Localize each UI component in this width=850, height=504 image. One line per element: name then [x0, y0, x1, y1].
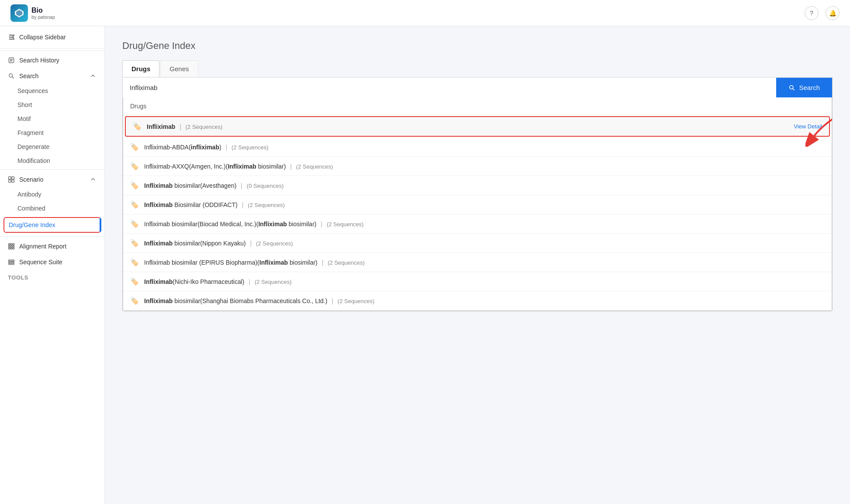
sidebar-item-antibody[interactable]: Antibody: [0, 187, 104, 201]
result-item-1[interactable]: 🏷️ Infliximab-ABDA(infliximab) | (2 Sequ…: [123, 138, 832, 157]
svg-rect-21: [10, 245, 12, 247]
notification-button[interactable]: 🔔: [826, 6, 840, 20]
svg-line-30: [793, 89, 795, 90]
help-icon: ?: [810, 10, 813, 17]
help-button[interactable]: ?: [805, 6, 819, 20]
svg-line-12: [12, 77, 14, 79]
sidebar-item-search[interactable]: Search: [0, 68, 104, 84]
modification-label: Modification: [17, 157, 50, 164]
combined-label: Combined: [17, 205, 45, 212]
svg-rect-19: [13, 244, 14, 245]
logo-title: Bio: [31, 7, 55, 14]
degenerate-label: Degenerate: [17, 143, 49, 150]
logo: Bio by patsnap: [10, 4, 55, 22]
sidebar-item-short[interactable]: Short: [0, 98, 104, 112]
search-label: Search: [19, 72, 38, 79]
sidebar-item-sequences[interactable]: Sequences: [0, 84, 104, 98]
drug-icon-7: 🏷️: [130, 258, 139, 266]
svg-rect-24: [10, 248, 12, 249]
svg-rect-17: [9, 244, 10, 245]
sidebar-item-modification[interactable]: Modification: [0, 154, 104, 168]
scenario-label: Scenario: [19, 176, 43, 183]
highlighted-result-wrapper: 🏷️ Infliximab | (2 Sequences) View Detai…: [123, 116, 832, 137]
chevron-up-icon: [90, 72, 97, 79]
svg-rect-13: [9, 177, 11, 180]
divider: [0, 50, 104, 51]
svg-rect-28: [9, 263, 14, 264]
results-section-label: Drugs: [123, 97, 832, 115]
result-text-5: Infliximab biosimilar(Biocad Medical, In…: [144, 221, 825, 228]
result-item-5[interactable]: 🏷️ Infliximab biosimilar(Biocad Medical,…: [123, 214, 832, 234]
history-icon: [8, 57, 15, 64]
svg-point-29: [790, 85, 793, 89]
sidebar-item-scenario[interactable]: Scenario: [0, 172, 104, 187]
sidebar: Collapse Sidebar Search History Search: [0, 26, 105, 504]
tools-section-label: Tools: [0, 270, 104, 285]
svg-rect-25: [13, 248, 14, 249]
result-item-6[interactable]: 🏷️ Infliximab biosimilar(Nippon Kayaku) …: [123, 234, 832, 253]
search-input[interactable]: [123, 78, 776, 97]
layout: Collapse Sidebar Search History Search: [0, 26, 850, 504]
short-label: Short: [17, 101, 32, 108]
result-item-8[interactable]: 🏷️ Infliximab(Nichi-Iko Pharmaceutical) …: [123, 272, 832, 291]
svg-rect-27: [9, 262, 14, 262]
search-button[interactable]: Search: [776, 78, 832, 97]
result-text-2: Infliximab-AXXQ(Amgen, Inc.)(Infliximab …: [144, 163, 825, 170]
divider3: [0, 236, 104, 237]
sidebar-item-drug-gene-index[interactable]: Drug/Gene Index: [3, 217, 101, 233]
tab-drugs[interactable]: Drugs: [122, 60, 159, 77]
results-container: Drugs 🏷️ Infliximab | (2 Sequences) View…: [123, 97, 832, 311]
drug-icon-2: 🏷️: [130, 162, 139, 170]
drug-icon-8: 🏷️: [130, 277, 139, 286]
drug-icon-6: 🏷️: [130, 239, 139, 247]
drug-icon-0: 🏷️: [133, 122, 142, 131]
sidebar-item-fragment[interactable]: Fragment: [0, 126, 104, 140]
result-text-4: Infliximab Biosimilar (ODDIFACT) | (2 Se…: [144, 201, 825, 208]
result-text-9: Infliximab biosimilar(Shanghai Biomabs P…: [144, 297, 825, 304]
sidebar-item-degenerate[interactable]: Degenerate: [0, 140, 104, 154]
sequences-label: Sequences: [17, 87, 48, 94]
fragment-label: Fragment: [17, 129, 44, 136]
divider2: [0, 169, 104, 170]
view-detail-link[interactable]: View Detail: [794, 123, 822, 130]
result-item-7[interactable]: 🏷️ Infliximab biosimilar (EPIRUS Biophar…: [123, 253, 832, 272]
svg-point-11: [9, 74, 13, 77]
search-icon: [8, 72, 15, 79]
result-item-2[interactable]: 🏷️ Infliximab-AXXQ(Amgen, Inc.)(Inflixim…: [123, 157, 832, 176]
svg-rect-26: [9, 260, 14, 261]
search-input-wrap: [123, 78, 776, 97]
page-title: Drug/Gene Index: [122, 40, 833, 52]
collapse-sidebar-button[interactable]: Collapse Sidebar: [0, 26, 104, 48]
result-text-7: Infliximab biosimilar (EPIRUS Biopharma)…: [144, 259, 825, 266]
chevron-up-icon2: [90, 176, 97, 183]
sidebar-item-search-history[interactable]: Search History: [0, 52, 104, 68]
main-content: Drug/Gene Index Drugs Genes: [105, 26, 850, 504]
result-text-0: Infliximab | (2 Sequences): [147, 123, 794, 130]
result-text-8: Infliximab(Nichi-Iko Pharmaceutical) | (…: [144, 278, 825, 285]
header: Bio by patsnap ? 🔔: [0, 0, 850, 26]
result-text-6: Infliximab biosimilar(Nippon Kayaku) | (…: [144, 240, 825, 247]
result-item-9[interactable]: 🏷️ Infliximab biosimilar(Shanghai Biomab…: [123, 291, 832, 311]
motif-label: Motif: [17, 115, 31, 122]
drug-icon-5: 🏷️: [130, 220, 139, 228]
sidebar-item-alignment-report[interactable]: Alignment Report: [0, 238, 104, 254]
result-text-3: Infliximab biosimilar(Avesthagen) | (0 S…: [144, 182, 825, 189]
svg-rect-14: [12, 177, 14, 180]
sidebar-item-sequence-suite[interactable]: Sequence Suite: [0, 254, 104, 270]
logo-subtitle: by patsnap: [31, 14, 55, 20]
alignment-report-label: Alignment Report: [19, 243, 66, 250]
sidebar-item-combined[interactable]: Combined: [0, 201, 104, 215]
result-item-4[interactable]: 🏷️ Infliximab Biosimilar (ODDIFACT) | (2…: [123, 195, 832, 214]
result-item-0[interactable]: 🏷️ Infliximab | (2 Sequences) View Detai…: [125, 116, 830, 137]
result-item-3[interactable]: 🏷️ Infliximab biosimilar(Avesthagen) | (…: [123, 176, 832, 195]
svg-rect-15: [9, 180, 11, 183]
result-text-1: Infliximab-ABDA(infliximab) | (2 Sequenc…: [144, 144, 825, 151]
sidebar-item-motif[interactable]: Motif: [0, 112, 104, 126]
collapse-sidebar-label: Collapse Sidebar: [19, 34, 66, 41]
drug-gene-index-label: Drug/Gene Index: [9, 221, 55, 228]
tab-genes[interactable]: Genes: [160, 60, 198, 77]
search-history-label: Search History: [19, 57, 59, 64]
active-indicator: [100, 218, 101, 232]
antibody-label: Antibody: [17, 191, 41, 198]
search-results-card: Search Drugs 🏷️ Infliximab | (2 Sequence…: [122, 78, 833, 311]
